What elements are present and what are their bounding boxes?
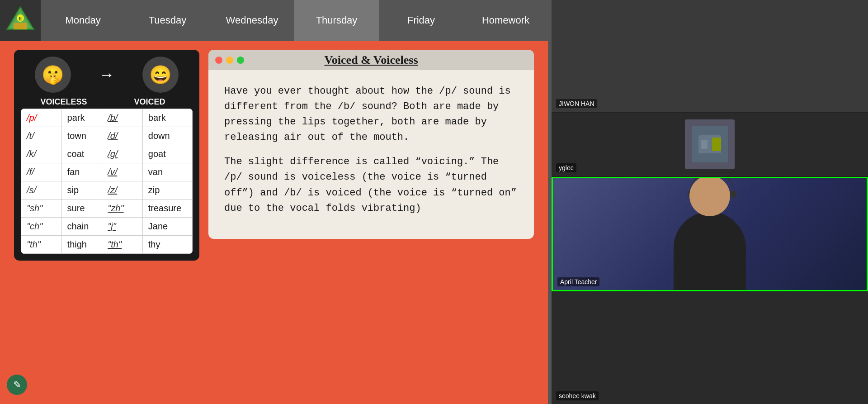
window-buttons <box>215 57 244 64</box>
tab-friday[interactable]: Friday <box>379 0 463 41</box>
jiwon-label: JIWON HAN <box>556 99 597 108</box>
content-panel: Voiced & Voiceless Have you ever thought… <box>208 50 534 239</box>
voiced-label: VOICED <box>107 97 193 107</box>
voiced-word-cell: bark <box>142 109 192 127</box>
voiced-word-cell: zip <box>142 181 192 200</box>
panel-content: Have you ever thought about how the /p/ … <box>208 70 534 239</box>
main-content-area: E Monday Tuesday Wednesday Thursday Frid… <box>0 0 548 404</box>
voiced-sound-cell: /b/ <box>102 109 143 127</box>
voiced-word-cell: down <box>142 127 192 145</box>
video-panel-jiwon: JIWON HAN <box>552 0 868 112</box>
svg-text:E: E <box>19 16 22 21</box>
edit-pencil-button[interactable]: ✎ <box>7 375 27 395</box>
voiced-word-cell: treasure <box>142 200 192 218</box>
tab-monday[interactable]: Monday <box>41 0 125 41</box>
table-row: /f/fan/v/van <box>21 163 193 181</box>
svg-rect-7 <box>701 140 708 149</box>
yglec-label: yglec <box>556 163 576 172</box>
seohee-label: seohee kwak <box>556 391 599 400</box>
voiceless-sound-cell: /k/ <box>21 145 62 163</box>
voiced-sound-cell: "th" <box>102 236 143 254</box>
tab-wednesday[interactable]: Wednesday <box>210 0 294 41</box>
voiced-sound-cell: "j" <box>102 218 143 236</box>
voiceless-word-cell: coat <box>61 145 102 163</box>
person-head <box>689 177 730 216</box>
voiceless-mouth-icon: 🤫 <box>35 57 71 93</box>
maximize-window-button[interactable] <box>237 57 244 64</box>
phonics-header: 🤫 → 😄 <box>21 57 193 93</box>
person-figure <box>665 177 755 291</box>
svg-rect-8 <box>712 138 721 151</box>
voiceless-sound-cell: "ch" <box>21 218 62 236</box>
voiceless-sound-cell: "th" <box>21 236 62 254</box>
tab-thursday[interactable]: Thursday <box>294 0 379 41</box>
video-panel-april: April Teacher <box>552 177 868 291</box>
voiceless-sound-cell: /p/ <box>21 109 62 127</box>
video-panel-seohee: seohee kwak <box>552 292 868 404</box>
voiceless-sound-cell: /s/ <box>21 181 62 200</box>
voiced-word-cell: Jane <box>142 218 192 236</box>
voiceless-sound-cell: "sh" <box>21 200 62 218</box>
panel-titlebar: Voiced & Voiceless <box>208 50 534 70</box>
paragraph-1: Have you ever thought about how the /p/ … <box>224 84 518 145</box>
arrow-icon: → <box>99 65 115 84</box>
april-video-content <box>553 178 867 290</box>
minimize-window-button[interactable] <box>226 57 233 64</box>
head-area <box>689 177 730 216</box>
table-row: /p/park/b/bark <box>21 109 193 127</box>
voiceless-word-cell: sure <box>61 200 102 218</box>
voiceless-word-cell: town <box>61 127 102 145</box>
phonics-word-table: /p/park/b/bark/t/town/d/down/k/coat/g/go… <box>21 109 193 254</box>
voiceless-word-cell: park <box>61 109 102 127</box>
phonics-table-container: 🤫 → 😄 VOICELESS VOICED /p/park/b/bark/t/… <box>14 50 199 261</box>
voiced-mouth-icon: 😄 <box>142 57 179 93</box>
nav-tabs: Monday Tuesday Wednesday Thursday Friday… <box>41 0 548 41</box>
voiced-sound-cell: "zh" <box>102 200 143 218</box>
voiced-sound-cell: /z/ <box>102 181 143 200</box>
voiceless-word-cell: sip <box>61 181 102 200</box>
table-row: /k/coat/g/goat <box>21 145 193 163</box>
yglec-thumbnail <box>685 119 735 169</box>
panel-title: Voiced & Voiceless <box>324 53 418 67</box>
voiceless-word-cell: thigh <box>61 236 102 254</box>
voiceless-sound-cell: /t/ <box>21 127 62 145</box>
voiced-sound-cell: /g/ <box>102 145 143 163</box>
paragraph-2: The slight difference is called “voicing… <box>224 154 518 216</box>
table-row: "ch"chain"j"Jane <box>21 218 193 236</box>
close-window-button[interactable] <box>215 57 222 64</box>
voiceless-label: VOICELESS <box>21 97 107 107</box>
nav-bar: E Monday Tuesday Wednesday Thursday Frid… <box>0 0 548 41</box>
svg-rect-2 <box>14 23 27 29</box>
table-row: "th"thigh"th"thy <box>21 236 193 254</box>
voiced-sound-cell: /d/ <box>102 127 143 145</box>
table-row: /s/sip/z/zip <box>21 181 193 200</box>
voiceless-word-cell: fan <box>61 163 102 181</box>
tab-tuesday[interactable]: Tuesday <box>125 0 210 41</box>
content-area: 🤫 → 😄 VOICELESS VOICED /p/park/b/bark/t/… <box>0 41 548 404</box>
april-label: April Teacher <box>557 277 599 286</box>
phonics-column-labels: VOICELESS VOICED <box>21 97 193 107</box>
video-panel-yglec: yglec <box>552 113 868 176</box>
table-row: /t/town/d/down <box>21 127 193 145</box>
right-sidebar: JIWON HAN yglec April Teacher <box>552 0 868 404</box>
sidebar-divider <box>548 0 552 404</box>
voiced-sound-cell: /v/ <box>102 163 143 181</box>
table-row: "sh"sure"zh"treasure <box>21 200 193 218</box>
voiced-word-cell: thy <box>142 236 192 254</box>
voiceless-sound-cell: /f/ <box>21 163 62 181</box>
voiced-word-cell: van <box>142 163 192 181</box>
app-logo[interactable]: E <box>0 0 41 41</box>
person-body <box>674 212 746 292</box>
voiceless-word-cell: chain <box>61 218 102 236</box>
tab-homework[interactable]: Homework <box>463 0 548 41</box>
voiced-word-cell: goat <box>142 145 192 163</box>
